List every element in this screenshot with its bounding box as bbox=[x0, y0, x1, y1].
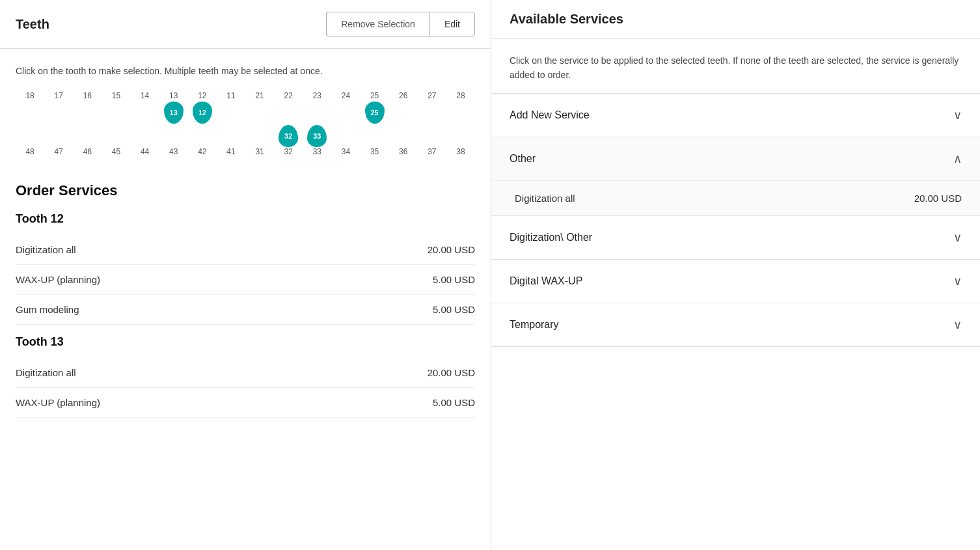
tooth-item-36[interactable]: 36 bbox=[389, 125, 418, 158]
tooth-item-11[interactable]: 11 bbox=[217, 91, 245, 124]
category-header-1[interactable]: Other∧ bbox=[491, 137, 980, 180]
tooth-label-24: 24 bbox=[342, 91, 350, 100]
teeth-title: Teeth bbox=[16, 17, 49, 32]
tooth-item-25[interactable]: 2525 bbox=[361, 91, 389, 124]
tooth-oval-46[interactable] bbox=[77, 125, 97, 147]
tooth-oval-22[interactable] bbox=[279, 102, 298, 124]
tooth-item-42[interactable]: 42 bbox=[188, 125, 217, 158]
category-title-1: Other bbox=[510, 153, 536, 165]
service-price: 5.00 USD bbox=[433, 274, 475, 285]
category-header-4[interactable]: Temporary∨ bbox=[491, 303, 980, 346]
service-row: Gum modeling5.00 USD bbox=[16, 295, 475, 325]
tooth-item-24[interactable]: 24 bbox=[331, 91, 360, 124]
tooth-oval-37[interactable] bbox=[422, 125, 442, 147]
category-title-3: Digital WAX-UP bbox=[510, 275, 582, 287]
tooth-oval-42[interactable] bbox=[193, 125, 212, 147]
category-header-2[interactable]: Digitization\ Other∨ bbox=[491, 216, 980, 259]
tooth-oval-44[interactable] bbox=[135, 125, 155, 147]
tooth-label-13: 13 bbox=[169, 91, 178, 100]
tooth-oval-17[interactable] bbox=[49, 102, 68, 124]
tooth-oval-31[interactable] bbox=[250, 125, 269, 147]
remove-selection-button[interactable]: Remove Selection bbox=[326, 12, 429, 36]
tooth-item-44[interactable]: 44 bbox=[131, 125, 159, 158]
tooth-oval-47[interactable] bbox=[49, 125, 68, 147]
category-item-row[interactable]: Digitization all20.00 USD bbox=[491, 180, 980, 215]
tooth-oval-45[interactable] bbox=[106, 125, 126, 147]
tooth-item-46[interactable]: 46 bbox=[73, 125, 102, 158]
tooth-label-11: 11 bbox=[226, 91, 235, 100]
tooth-label-33: 33 bbox=[313, 147, 321, 156]
tooth-item-14[interactable]: 14 bbox=[131, 91, 159, 124]
tooth-oval-33[interactable]: 33 bbox=[307, 125, 327, 147]
tooth-item-33[interactable]: 3333 bbox=[303, 125, 331, 158]
tooth-section-0: Tooth 12Digitization all20.00 USDWAX-UP … bbox=[16, 212, 475, 325]
tooth-section-label-1: Tooth 13 bbox=[16, 335, 475, 349]
tooth-oval-35[interactable] bbox=[365, 125, 385, 147]
tooth-oval-27[interactable] bbox=[422, 102, 442, 124]
tooth-oval-34[interactable] bbox=[336, 125, 355, 147]
service-name: WAX-UP (planning) bbox=[16, 274, 100, 285]
tooth-item-32[interactable]: 3232 bbox=[274, 125, 303, 158]
tooth-oval-36[interactable] bbox=[394, 125, 413, 147]
tooth-item-13[interactable]: 1313 bbox=[159, 91, 188, 124]
tooth-item-17[interactable]: 17 bbox=[44, 91, 73, 124]
tooth-section-1: Tooth 13Digitization all20.00 USDWAX-UP … bbox=[16, 335, 475, 418]
service-category-0: Add New Service∨ bbox=[491, 94, 980, 137]
service-row: Digitization all20.00 USD bbox=[16, 358, 475, 388]
tooth-oval-21[interactable] bbox=[250, 102, 269, 124]
tooth-item-27[interactable]: 27 bbox=[418, 91, 446, 124]
tooth-oval-23[interactable] bbox=[307, 102, 327, 124]
tooth-oval-15[interactable] bbox=[106, 102, 126, 124]
tooth-oval-25[interactable]: 25 bbox=[365, 102, 385, 124]
tooth-item-21[interactable]: 21 bbox=[245, 91, 274, 124]
tooth-label-34: 34 bbox=[342, 147, 350, 156]
order-services: Order Services Tooth 12Digitization all2… bbox=[0, 172, 491, 550]
tooth-item-31[interactable]: 31 bbox=[245, 125, 274, 158]
service-category-3: Digital WAX-UP∨ bbox=[491, 260, 980, 303]
left-panel: Teeth Remove Selection Edit Click on the… bbox=[0, 0, 491, 550]
tooth-item-43[interactable]: 43 bbox=[159, 125, 188, 158]
tooth-oval-16[interactable] bbox=[77, 102, 97, 124]
tooth-section-label-0: Tooth 12 bbox=[16, 212, 475, 226]
tooth-oval-41[interactable] bbox=[221, 125, 241, 147]
tooth-item-48[interactable]: 48 bbox=[16, 125, 44, 158]
tooth-label-28: 28 bbox=[456, 91, 465, 100]
tooth-item-15[interactable]: 15 bbox=[102, 91, 130, 124]
right-header: Available Services bbox=[491, 0, 980, 39]
tooth-oval-48[interactable] bbox=[20, 125, 40, 147]
tooth-oval-13[interactable]: 13 bbox=[164, 102, 184, 124]
tooth-oval-24[interactable] bbox=[336, 102, 355, 124]
tooth-oval-28[interactable] bbox=[451, 102, 470, 124]
tooth-item-16[interactable]: 16 bbox=[73, 91, 102, 124]
tooth-oval-14[interactable] bbox=[135, 102, 155, 124]
tooth-label-41: 41 bbox=[226, 147, 235, 156]
tooth-oval-43[interactable] bbox=[164, 125, 184, 147]
tooth-label-45: 45 bbox=[112, 147, 120, 156]
tooth-item-28[interactable]: 28 bbox=[446, 91, 475, 124]
service-price: 20.00 USD bbox=[428, 244, 475, 255]
category-header-3[interactable]: Digital WAX-UP∨ bbox=[491, 260, 980, 303]
edit-button[interactable]: Edit bbox=[429, 12, 475, 36]
tooth-oval-12[interactable]: 12 bbox=[193, 102, 212, 124]
tooth-label-22: 22 bbox=[284, 91, 293, 100]
tooth-oval-32[interactable]: 32 bbox=[279, 125, 298, 147]
tooth-item-12[interactable]: 1212 bbox=[188, 91, 217, 124]
tooth-oval-11[interactable] bbox=[221, 102, 241, 124]
tooth-item-22[interactable]: 22 bbox=[274, 91, 303, 124]
tooth-item-34[interactable]: 34 bbox=[331, 125, 360, 158]
tooth-item-23[interactable]: 23 bbox=[303, 91, 331, 124]
tooth-item-37[interactable]: 37 bbox=[418, 125, 446, 158]
tooth-oval-18[interactable] bbox=[20, 102, 40, 124]
tooth-item-47[interactable]: 47 bbox=[44, 125, 73, 158]
tooth-item-38[interactable]: 38 bbox=[446, 125, 475, 158]
service-category-2: Digitization\ Other∨ bbox=[491, 216, 980, 260]
tooth-oval-38[interactable] bbox=[451, 125, 470, 147]
tooth-item-26[interactable]: 26 bbox=[389, 91, 418, 124]
tooth-oval-26[interactable] bbox=[394, 102, 413, 124]
tooth-item-41[interactable]: 41 bbox=[217, 125, 245, 158]
tooth-item-45[interactable]: 45 bbox=[102, 125, 130, 158]
tooth-item-18[interactable]: 18 bbox=[16, 91, 44, 124]
tooth-label-18: 18 bbox=[25, 91, 34, 100]
category-header-0[interactable]: Add New Service∨ bbox=[491, 94, 980, 137]
tooth-item-35[interactable]: 35 bbox=[361, 125, 389, 158]
